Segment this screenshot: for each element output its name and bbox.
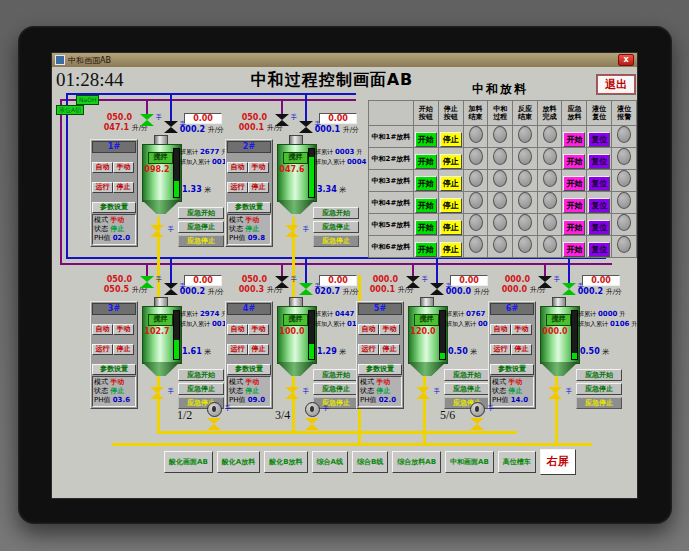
stop-button[interactable]: 停止	[248, 344, 269, 355]
nav-button-6[interactable]: 综合放料AB	[392, 451, 441, 473]
nav-button-8[interactable]: 高位槽车	[498, 451, 536, 473]
emergency-start-button[interactable]: 应急开始	[178, 369, 224, 381]
manual-button[interactable]: 手动	[248, 324, 269, 335]
stop-button[interactable]: 停止	[440, 220, 462, 235]
stop-button[interactable]: 停止	[440, 198, 462, 213]
start-button[interactable]: 开始	[415, 154, 437, 169]
emergency-discharge-button[interactable]: 开始	[563, 132, 585, 147]
manual-button[interactable]: 手动	[248, 162, 269, 173]
level-reset-button[interactable]: 复位	[588, 176, 610, 191]
emergency-stop-button[interactable]: 应急停止	[178, 221, 224, 233]
agitator-button[interactable]: 搅拌	[148, 152, 173, 164]
feed-valve-1-icon[interactable]	[140, 276, 154, 288]
close-icon[interactable]: x	[618, 54, 634, 66]
start-button[interactable]: 开始	[415, 132, 437, 147]
feed-valve-1-icon[interactable]	[140, 114, 154, 126]
auto-button[interactable]: 自动	[92, 324, 113, 335]
emergency-discharge-button[interactable]: 开始	[563, 154, 585, 169]
discharge-valve-icon[interactable]	[416, 387, 430, 399]
stop-button[interactable]: 停止	[440, 176, 462, 191]
discharge-valve-icon[interactable]	[150, 225, 164, 237]
emergency-discharge-button[interactable]: 开始	[563, 220, 585, 235]
run-button[interactable]: 运行	[490, 344, 511, 355]
nav-button-7[interactable]: 中和画面AB	[445, 451, 494, 473]
run-button[interactable]: 运行	[227, 182, 248, 193]
run-button[interactable]: 运行	[92, 182, 113, 193]
params-button[interactable]: 参数设置	[92, 202, 136, 213]
feed-valve-1-icon[interactable]	[275, 114, 289, 126]
emergency-stop-button[interactable]: 应急停止	[576, 383, 622, 395]
level-reset-button[interactable]: 复位	[588, 220, 610, 235]
level-reset-button[interactable]: 复位	[588, 242, 610, 257]
stop-button[interactable]: 停止	[379, 344, 400, 355]
stop-button[interactable]: 停止	[511, 344, 532, 355]
auto-button[interactable]: 自动	[490, 324, 511, 335]
agitator-button[interactable]: 搅拌	[283, 152, 308, 164]
feed-valve-2-icon[interactable]	[164, 121, 178, 133]
feed-valve-1-icon[interactable]	[406, 276, 420, 288]
emergency-start-button[interactable]: 应急开始	[576, 369, 622, 381]
emergency-start-button[interactable]: 应急开始	[313, 369, 359, 381]
params-button[interactable]: 参数设置	[358, 364, 402, 375]
nav-button-9[interactable]: 右屏	[540, 449, 576, 475]
discharge-valve-icon[interactable]	[548, 387, 562, 399]
stop-button[interactable]: 停止	[113, 344, 134, 355]
nav-button-4[interactable]: 综合A线	[312, 451, 348, 473]
pump-icon[interactable]	[305, 402, 320, 417]
manual-button[interactable]: 手动	[113, 162, 134, 173]
params-button[interactable]: 参数设置	[227, 364, 271, 375]
emergency-start-button[interactable]: 应急开始	[313, 207, 359, 219]
stop-button[interactable]: 停止	[113, 182, 134, 193]
feed-valve-2-icon[interactable]	[562, 283, 576, 295]
discharge-valve-icon[interactable]	[285, 225, 299, 237]
feed-valve-2-icon[interactable]	[164, 283, 178, 295]
emergency-discharge-button[interactable]: 开始	[563, 242, 585, 257]
auto-button[interactable]: 自动	[358, 324, 379, 335]
emergency-start-button[interactable]: 应急开始	[444, 369, 490, 381]
emergency-discharge-button[interactable]: 开始	[563, 198, 585, 213]
nav-button-1[interactable]: 酸化画面AB	[164, 451, 213, 473]
pump-valve-icon[interactable]	[305, 418, 319, 430]
start-button[interactable]: 开始	[415, 176, 437, 191]
emergency-stop-button[interactable]: 应急停止	[178, 383, 224, 395]
agitator-button[interactable]: 搅拌	[283, 314, 308, 326]
run-button[interactable]: 运行	[358, 344, 379, 355]
level-reset-button[interactable]: 复位	[588, 132, 610, 147]
nav-button-5[interactable]: 综合B线	[352, 451, 388, 473]
auto-button[interactable]: 自动	[227, 324, 248, 335]
manual-button[interactable]: 手动	[511, 324, 532, 335]
start-button[interactable]: 开始	[415, 242, 437, 257]
emergency-stop-button[interactable]: 应急停止	[313, 383, 359, 395]
pump-valve-icon[interactable]	[470, 418, 484, 430]
agitator-button[interactable]: 搅拌	[546, 314, 571, 326]
start-button[interactable]: 开始	[415, 198, 437, 213]
feed-valve-1-icon[interactable]	[275, 276, 289, 288]
feed-valve-1-icon[interactable]	[538, 276, 552, 288]
emergency-discharge-button[interactable]: 开始	[563, 176, 585, 191]
stop-button[interactable]: 停止	[440, 154, 462, 169]
pump-icon[interactable]	[470, 402, 485, 417]
stop-button[interactable]: 停止	[440, 242, 462, 257]
stop-button[interactable]: 停止	[248, 182, 269, 193]
start-button[interactable]: 开始	[415, 220, 437, 235]
nav-button-3[interactable]: 酸化B放料	[264, 451, 307, 473]
level-reset-button[interactable]: 复位	[588, 154, 610, 169]
nav-button-2[interactable]: 酸化A放料	[217, 451, 260, 473]
params-button[interactable]: 参数设置	[227, 202, 271, 213]
emergency-stop-button[interactable]: 应急停止	[313, 221, 359, 233]
auto-button[interactable]: 自动	[92, 162, 113, 173]
agitator-button[interactable]: 搅拌	[148, 314, 173, 326]
params-button[interactable]: 参数设置	[490, 364, 534, 375]
discharge-valve-icon[interactable]	[150, 387, 164, 399]
manual-button[interactable]: 手动	[113, 324, 134, 335]
exit-button[interactable]: 退出	[596, 74, 636, 95]
auto-button[interactable]: 自动	[227, 162, 248, 173]
emergency-stop-button[interactable]: 应急停止	[444, 383, 490, 395]
run-button[interactable]: 运行	[227, 344, 248, 355]
pump-icon[interactable]	[207, 402, 222, 417]
params-button[interactable]: 参数设置	[92, 364, 136, 375]
stop-button[interactable]: 停止	[440, 132, 462, 147]
run-button[interactable]: 运行	[92, 344, 113, 355]
level-reset-button[interactable]: 复位	[588, 198, 610, 213]
feed-valve-2-icon[interactable]	[299, 121, 313, 133]
